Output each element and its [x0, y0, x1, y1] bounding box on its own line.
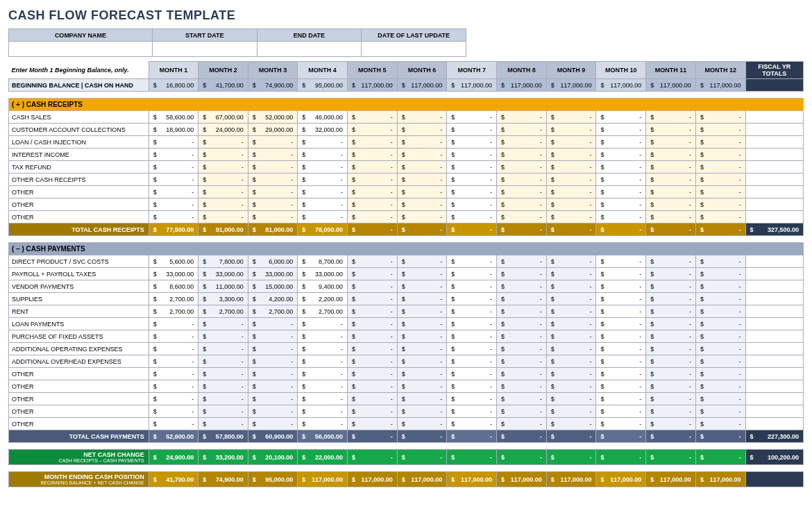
data-cell[interactable]: $-	[397, 199, 447, 211]
data-cell[interactable]: $-	[298, 186, 348, 199]
data-cell[interactable]: $-	[695, 305, 745, 318]
data-cell[interactable]: $24,000.00	[198, 124, 248, 136]
data-cell[interactable]: $-	[546, 318, 596, 330]
data-cell[interactable]: $-	[298, 318, 348, 330]
data-cell[interactable]: $-	[397, 268, 447, 280]
data-cell[interactable]: $-	[347, 280, 397, 293]
data-cell[interactable]: $-	[546, 355, 596, 368]
data-cell[interactable]: $-	[646, 111, 696, 124]
data-cell[interactable]: $-	[695, 174, 745, 186]
data-cell[interactable]: $-	[198, 186, 248, 199]
data-cell[interactable]: $-	[447, 380, 497, 393]
data-cell[interactable]: $-	[347, 211, 397, 224]
data-cell[interactable]: $-	[497, 149, 547, 161]
data-cell[interactable]: $-	[596, 405, 646, 418]
data-cell[interactable]: $-	[596, 330, 646, 343]
data-cell[interactable]: $-	[646, 280, 696, 293]
data-cell[interactable]: $8,600.00	[149, 280, 198, 293]
data-cell[interactable]: $-	[695, 393, 745, 405]
data-cell[interactable]: $-	[248, 186, 298, 199]
data-cell[interactable]: $-	[447, 393, 497, 405]
data-cell[interactable]: $-	[497, 199, 547, 211]
data-cell[interactable]: $-	[497, 343, 547, 355]
data-cell[interactable]: $11,000.00	[198, 280, 248, 293]
data-cell[interactable]: $-	[198, 355, 248, 368]
data-cell[interactable]: $-	[546, 255, 596, 268]
data-cell[interactable]: $-	[347, 268, 397, 280]
data-cell[interactable]: $-	[447, 305, 497, 318]
data-cell[interactable]: $-	[149, 380, 198, 393]
data-cell[interactable]: $-	[447, 174, 497, 186]
data-cell[interactable]: $-	[646, 186, 696, 199]
data-cell[interactable]: $-	[298, 330, 348, 343]
data-cell[interactable]: $-	[447, 211, 497, 224]
data-cell[interactable]: $-	[497, 380, 547, 393]
begbal-m7[interactable]: $117,000.00	[447, 79, 497, 92]
data-cell[interactable]: $2,700.00	[149, 293, 198, 305]
data-cell[interactable]: $-	[347, 149, 397, 161]
begbal-m12[interactable]: $117,000.00	[695, 79, 745, 92]
data-cell[interactable]: $-	[149, 174, 198, 186]
data-cell[interactable]: $-	[347, 405, 397, 418]
data-cell[interactable]: $-	[695, 318, 745, 330]
data-cell[interactable]: $-	[248, 380, 298, 393]
data-cell[interactable]: $-	[149, 355, 198, 368]
data-cell[interactable]: $-	[347, 393, 397, 405]
data-cell[interactable]: $-	[347, 380, 397, 393]
data-cell[interactable]: $-	[298, 418, 348, 430]
data-cell[interactable]: $-	[198, 136, 248, 149]
data-cell[interactable]: $-	[596, 186, 646, 199]
data-cell[interactable]: $7,800.00	[198, 255, 248, 268]
info-end-cell[interactable]	[257, 42, 362, 57]
data-cell[interactable]: $-	[447, 343, 497, 355]
data-cell[interactable]: $-	[447, 280, 497, 293]
data-cell[interactable]: $-	[596, 149, 646, 161]
info-company-cell[interactable]	[9, 42, 153, 57]
data-cell[interactable]: $-	[248, 405, 298, 418]
data-cell[interactable]: $-	[248, 318, 298, 330]
data-cell[interactable]: $-	[646, 368, 696, 380]
begbal-m1[interactable]: $16,800.00	[149, 79, 198, 92]
data-cell[interactable]: $-	[447, 136, 497, 149]
data-cell[interactable]: $-	[546, 199, 596, 211]
data-cell[interactable]: $-	[695, 124, 745, 136]
data-cell[interactable]: $46,000.00	[298, 111, 348, 124]
data-cell[interactable]: $33,000.00	[248, 268, 298, 280]
data-cell[interactable]: $-	[596, 161, 646, 174]
data-cell[interactable]: $-	[397, 186, 447, 199]
data-cell[interactable]: $-	[248, 330, 298, 343]
data-cell[interactable]: $-	[546, 305, 596, 318]
data-cell[interactable]: $-	[646, 355, 696, 368]
data-cell[interactable]: $-	[198, 174, 248, 186]
data-cell[interactable]: $-	[347, 355, 397, 368]
data-cell[interactable]: $-	[546, 136, 596, 149]
data-cell[interactable]: $-	[347, 318, 397, 330]
data-cell[interactable]: $-	[695, 418, 745, 430]
begbal-m3[interactable]: $74,900.00	[248, 79, 298, 92]
data-cell[interactable]: $-	[347, 293, 397, 305]
data-cell[interactable]: $-	[596, 124, 646, 136]
data-cell[interactable]: $-	[298, 380, 348, 393]
info-start-cell[interactable]	[152, 42, 257, 57]
data-cell[interactable]: $-	[248, 368, 298, 380]
data-cell[interactable]: $-	[646, 149, 696, 161]
data-cell[interactable]: $-	[397, 343, 447, 355]
data-cell[interactable]: $-	[397, 149, 447, 161]
data-cell[interactable]: $-	[546, 149, 596, 161]
data-cell[interactable]: $-	[447, 111, 497, 124]
data-cell[interactable]: $-	[198, 211, 248, 224]
data-cell[interactable]: $-	[497, 136, 547, 149]
data-cell[interactable]: $-	[546, 268, 596, 280]
data-cell[interactable]: $-	[298, 405, 348, 418]
data-cell[interactable]: $-	[497, 293, 547, 305]
data-cell[interactable]: $-	[497, 211, 547, 224]
data-cell[interactable]: $-	[248, 418, 298, 430]
data-cell[interactable]: $-	[596, 393, 646, 405]
data-cell[interactable]: $-	[695, 161, 745, 174]
data-cell[interactable]: $-	[347, 136, 397, 149]
data-cell[interactable]: $-	[695, 255, 745, 268]
data-cell[interactable]: $-	[149, 368, 198, 380]
data-cell[interactable]: $-	[695, 405, 745, 418]
data-cell[interactable]: $-	[546, 186, 596, 199]
data-cell[interactable]: $-	[248, 355, 298, 368]
